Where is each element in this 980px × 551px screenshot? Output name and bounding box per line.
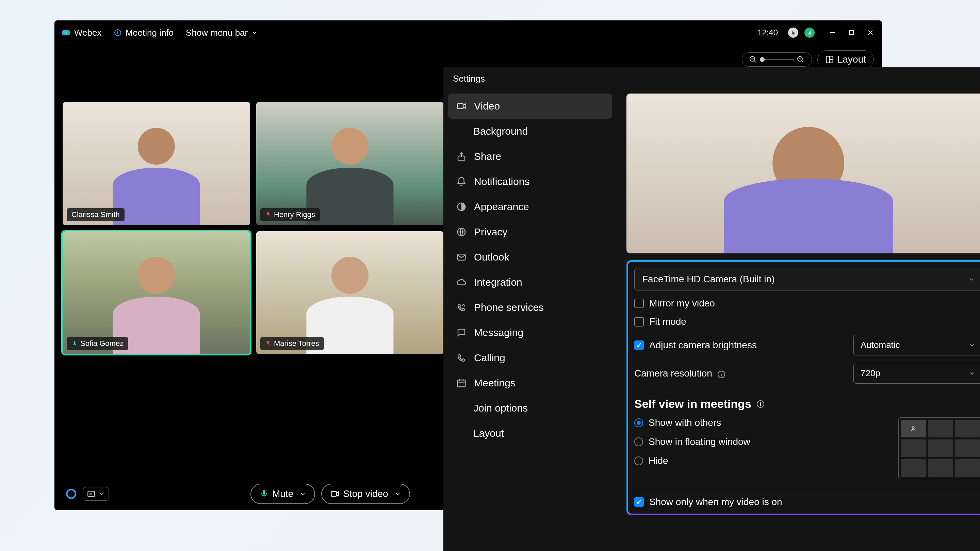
participant-tile[interactable]: Clarissa Smith	[63, 102, 250, 225]
nav-label: Messaging	[474, 327, 523, 338]
nav-label: Outlook	[474, 251, 509, 263]
grid-position[interactable]	[901, 440, 926, 457]
nav-video[interactable]: Video	[448, 94, 612, 119]
layout-button[interactable]: Layout	[817, 50, 874, 69]
nav-label: Video	[474, 100, 500, 112]
svg-point-25	[67, 489, 76, 498]
fit-mode-row: Fit mode	[634, 316, 980, 327]
nav-meetings[interactable]: Meetings	[448, 370, 612, 395]
participant-tile[interactable]: Sofia Gomez	[63, 231, 250, 354]
info-icon[interactable]: i	[757, 400, 764, 408]
grid-position[interactable]	[955, 459, 980, 477]
chevron-down-icon	[395, 491, 401, 497]
active-mic-icon	[72, 340, 78, 346]
brightness-checkbox[interactable]	[634, 340, 644, 350]
info-icon[interactable]: i	[718, 371, 725, 378]
show-menu-button[interactable]: Show menu bar	[186, 27, 258, 38]
close-button[interactable]	[865, 28, 875, 37]
phone-icon	[456, 353, 466, 363]
titlebar-right: 12:40	[757, 27, 875, 38]
fit-checkbox[interactable]	[634, 317, 644, 327]
grid-position[interactable]	[955, 420, 980, 437]
stop-video-button[interactable]: Stop video	[321, 484, 410, 504]
network-status-button[interactable]	[804, 27, 815, 38]
mail-icon	[456, 252, 466, 262]
nav-label: Share	[474, 151, 501, 162]
grid-position[interactable]	[928, 440, 953, 457]
radio-button[interactable]	[634, 437, 643, 446]
brightness-mode-dropdown[interactable]: Automatic	[853, 335, 980, 356]
resolution-dropdown[interactable]: 720p	[853, 363, 980, 384]
svg-rect-7	[809, 32, 810, 35]
mute-button[interactable]: Mute	[250, 484, 315, 504]
grid-position[interactable]	[901, 459, 926, 477]
app-logo-title[interactable]: Webex	[61, 27, 102, 38]
camera-select-dropdown[interactable]: FaceTime HD Camera (Built in)	[634, 268, 980, 291]
captions-button[interactable]: cc	[83, 487, 109, 501]
fit-label: Fit mode	[649, 316, 980, 327]
svg-rect-10	[850, 30, 853, 35]
titlebar: Webex Meeting info Show menu bar 12:40	[54, 21, 882, 45]
minimize-button[interactable]	[827, 28, 837, 37]
nav-label: Phone services	[474, 302, 544, 313]
participant-name: Henry Riggs	[274, 210, 315, 219]
grid-position[interactable]	[955, 440, 980, 457]
zoom-slider[interactable]	[742, 52, 812, 67]
maximize-button[interactable]	[846, 28, 856, 37]
app-name: Webex	[74, 27, 102, 38]
chevron-down-icon	[969, 370, 975, 377]
participant-name-pill: Clarissa Smith	[67, 208, 124, 221]
grid-position[interactable]	[928, 459, 953, 477]
svg-rect-36	[458, 380, 466, 387]
grid-position[interactable]	[901, 420, 926, 437]
meeting-info-button[interactable]: Meeting info	[114, 27, 173, 38]
resolution-label: Camera resolution i	[634, 368, 848, 379]
nav-label: Layout	[473, 427, 504, 439]
window-controls	[827, 28, 875, 37]
bell-icon	[456, 176, 466, 187]
nav-outlook[interactable]: Outlook	[448, 245, 612, 270]
muted-mic-icon	[265, 340, 271, 346]
selfview-option-floating[interactable]: Show in floating window	[634, 437, 898, 447]
top-controls: Layout	[742, 50, 874, 69]
assistant-icon[interactable]	[65, 488, 77, 500]
nav-integration[interactable]: Integration	[448, 270, 612, 295]
layout-label: Layout	[837, 54, 866, 65]
svg-rect-4	[118, 32, 118, 34]
svg-line-15	[754, 60, 756, 62]
chevron-down-icon	[251, 29, 258, 36]
nav-phone-services[interactable]: Phone services	[448, 295, 612, 320]
grid-position[interactable]	[928, 420, 953, 437]
nav-share[interactable]: Share	[448, 144, 612, 169]
selfview-option-show-with-others[interactable]: Show with others	[634, 417, 898, 428]
nav-notifications[interactable]: Notifications	[448, 169, 612, 194]
show-menu-label: Show menu bar	[186, 27, 248, 38]
nav-privacy[interactable]: Privacy	[448, 219, 612, 245]
selfview-option-hide[interactable]: Hide	[634, 456, 898, 466]
lock-icon	[791, 30, 796, 35]
svg-point-1	[65, 30, 70, 35]
participant-name-pill: Sofia Gomez	[67, 337, 128, 350]
nav-layout[interactable]: Layout	[448, 421, 612, 446]
radio-button[interactable]	[634, 456, 643, 465]
nav-label: Integration	[474, 276, 522, 288]
camera-preview	[627, 94, 980, 253]
nav-messaging[interactable]: Messaging	[448, 320, 612, 345]
radio-label: Hide	[649, 456, 668, 466]
participant-tile[interactable]: Marise Torres	[256, 231, 444, 354]
radio-label: Show with others	[649, 417, 721, 428]
nav-calling[interactable]: Calling	[448, 345, 612, 370]
svg-rect-6	[808, 33, 808, 34]
security-lock-button[interactable]	[788, 27, 798, 38]
show-only-checkbox[interactable]	[634, 497, 644, 507]
nav-background[interactable]: Background	[448, 119, 612, 144]
brightness-mode-value: Automatic	[861, 340, 900, 350]
participant-tile[interactable]: Henry Riggs	[256, 102, 444, 225]
nav-join-options[interactable]: Join options	[448, 395, 612, 421]
nav-appearance[interactable]: Appearance	[448, 194, 612, 219]
camera-select-value: FaceTime HD Camera (Built in)	[642, 274, 775, 285]
share-icon	[456, 151, 466, 162]
radio-button[interactable]	[634, 418, 643, 427]
selfview-position-grid[interactable]	[898, 417, 980, 479]
mirror-checkbox[interactable]	[634, 299, 644, 308]
